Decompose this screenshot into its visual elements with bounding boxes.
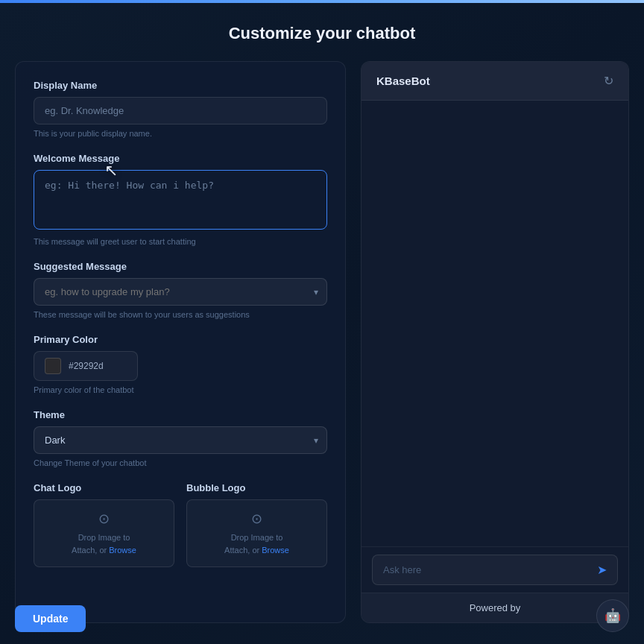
theme-hint: Change Theme of your chatbot — [34, 458, 327, 467]
main-layout: Display Name This is your public display… — [0, 61, 644, 638]
welcome-message-hint: This message will greet user to start ch… — [34, 237, 327, 246]
color-value: #29292d — [69, 361, 104, 371]
chatbot-body — [362, 101, 628, 546]
top-bar — [0, 0, 644, 3]
theme-select[interactable]: Dark Light — [34, 426, 327, 454]
bubble-logo-label: Bubble Logo — [186, 482, 327, 493]
display-name-label: Display Name — [34, 80, 327, 91]
upload-icon-chat: ⊙ — [98, 511, 110, 527]
suggested-message-input[interactable] — [34, 278, 327, 306]
fab-icon: 🤖 — [604, 607, 621, 624]
bubble-logo-group: Bubble Logo ⊙ Drop Image toAttach, or Br… — [186, 482, 327, 567]
update-button[interactable]: Update — [15, 605, 86, 632]
chatbot-title: KBaseBot — [376, 75, 430, 87]
primary-color-hint: Primary color of the chatbot — [34, 385, 327, 394]
chatbot-preview: KBaseBot ↻ ➤ Powered by — [361, 61, 629, 623]
theme-select-wrapper: Dark Light ▾ — [34, 426, 327, 454]
suggested-message-group: Suggested Message ▾ These message will b… — [34, 261, 327, 319]
chat-logo-browse[interactable]: Browse — [109, 546, 136, 555]
chat-logo-upload[interactable]: ⊙ Drop Image toAttach, or Browse — [34, 499, 174, 567]
chatbot-footer: ➤ — [362, 546, 628, 593]
bubble-logo-browse[interactable]: Browse — [262, 546, 289, 555]
bubble-logo-upload[interactable]: ⊙ Drop Image toAttach, or Browse — [186, 499, 327, 567]
send-icon[interactable]: ➤ — [597, 563, 607, 577]
suggested-message-hint: These message will be shown to your user… — [34, 310, 327, 319]
suggested-message-wrapper: ▾ — [34, 278, 327, 306]
display-name-input[interactable] — [34, 97, 327, 124]
upload-icon-bubble: ⊙ — [251, 511, 262, 527]
welcome-message-group: Welcome Message This message will greet … — [34, 153, 327, 246]
chat-logo-text: Drop Image toAttach, or Browse — [72, 531, 136, 556]
primary-color-label: Primary Color — [34, 334, 327, 345]
chatbot-fab[interactable]: 🤖 — [596, 599, 629, 632]
primary-color-group: Primary Color #29292d Primary color of t… — [34, 334, 327, 394]
chat-ask-input[interactable] — [383, 564, 597, 575]
color-swatch — [45, 358, 61, 374]
chat-input-row: ➤ — [372, 555, 618, 585]
welcome-message-label: Welcome Message — [34, 153, 327, 164]
powered-by: Powered by — [362, 593, 628, 622]
theme-group: Theme Dark Light ▾ Change Theme of your … — [34, 409, 327, 467]
theme-label: Theme — [34, 409, 327, 420]
chat-logo-label: Chat Logo — [34, 482, 174, 493]
bubble-logo-text: Drop Image toAttach, or Browse — [224, 531, 289, 556]
display-name-group: Display Name This is your public display… — [34, 80, 327, 138]
page-title: Customize your chatbot — [0, 0, 644, 61]
refresh-icon[interactable]: ↻ — [604, 74, 613, 88]
chatbot-header: KBaseBot ↻ — [362, 62, 628, 101]
logo-row: Chat Logo ⊙ Drop Image toAttach, or Brow… — [34, 482, 327, 567]
left-panel: Display Name This is your public display… — [15, 61, 346, 623]
chat-logo-group: Chat Logo ⊙ Drop Image toAttach, or Brow… — [34, 482, 174, 567]
right-panel: KBaseBot ↻ ➤ Powered by — [361, 61, 629, 623]
color-row[interactable]: #29292d — [34, 351, 138, 381]
suggested-message-label: Suggested Message — [34, 261, 327, 272]
display-name-hint: This is your public display name. — [34, 129, 327, 138]
welcome-message-input[interactable] — [34, 170, 327, 230]
